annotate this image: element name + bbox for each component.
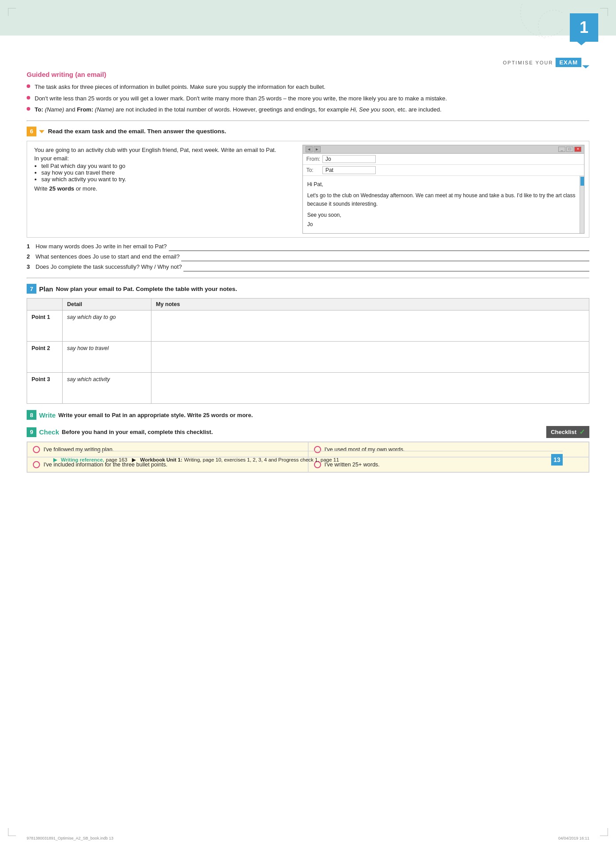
section-divider-2 <box>27 278 589 279</box>
activity6-content: You are going to an activity club with y… <box>27 141 589 238</box>
email-window-controls: _ □ ✕ <box>558 147 581 152</box>
bullet-dot-1 <box>27 84 30 88</box>
q1-answer-line[interactable] <box>169 243 589 251</box>
main-content: OPTIMISE YOUR EXAM Guided writing (an em… <box>27 58 589 479</box>
point2-detail: say how to travel <box>63 342 151 373</box>
in-your-email: In your email: <box>34 155 291 162</box>
activity6-arrow <box>39 130 44 133</box>
activity9-row: 9 Check Before you hand in your email, c… <box>27 426 589 438</box>
bullet-text-2: Don't write less than 25 words or you wi… <box>35 94 447 103</box>
point2-label: Point 2 <box>27 342 63 373</box>
writing-ref-page: page 163 <box>106 457 127 462</box>
activity9-badge: 9 <box>27 427 36 437</box>
footer-separator: ▶ <box>132 457 136 463</box>
footer-arrow-1: ▶ <box>53 457 57 463</box>
email-nav-arrows: ◄ ► <box>306 146 321 152</box>
chapter-badge-arrow <box>576 41 587 45</box>
point3-notes[interactable] <box>151 373 589 404</box>
activity6-number: 6 <box>30 128 33 135</box>
email-scrollbar[interactable] <box>580 176 584 234</box>
exam-header: OPTIMISE YOUR EXAM <box>27 58 589 67</box>
point1-label: Point 1 <box>27 311 63 342</box>
col-detail: Detail <box>63 299 151 311</box>
activity8-number: 8 <box>30 412 33 418</box>
activity8-row: 8 Write Write your email to Pat in an ap… <box>27 410 589 420</box>
table-row-3: Point 3 say which activity <box>27 373 589 404</box>
print-info: 9781380031891_Optimise_A2_SB_book.indb 1… <box>27 836 589 840</box>
print-info-left: 9781380031891_Optimise_A2_SB_book.indb 1… <box>27 836 113 840</box>
q2-answer-line[interactable] <box>181 253 589 261</box>
bullet-item-1: The task asks for three pieces of inform… <box>27 83 589 92</box>
activity6-header: 6 Read the exam task and the email. Then… <box>27 127 589 136</box>
sub-bullet-1: tell Pat which day you want to go <box>41 163 291 169</box>
table-row-2: Point 2 say how to travel <box>27 342 589 373</box>
writing-ref-label[interactable]: Writing reference, <box>61 457 104 462</box>
page-number: 13 <box>551 454 563 466</box>
activity8-label: Write <box>39 411 56 419</box>
q2-num: 2 <box>27 253 33 260</box>
table-header-row: Detail My notes <box>27 299 589 311</box>
point1-notes[interactable] <box>151 311 589 342</box>
col-point <box>27 299 63 311</box>
activity7-header: 7 Plan Now plan your email to Pat. Compl… <box>27 284 589 294</box>
table-row-1: Point 1 say which day to go <box>27 311 589 342</box>
optimise-your-label: OPTIMISE YOUR <box>503 60 553 65</box>
activity8-section: 8 Write Write your email to Pat in an ap… <box>27 410 589 420</box>
intro-bullets: The task asks for three pieces of inform… <box>27 83 589 114</box>
q2-text: What sentences does Jo use to start and … <box>36 253 179 260</box>
activity7-number: 7 <box>30 286 33 292</box>
bullet-item-3: To: (Name) and From: (Name) are not incl… <box>27 105 589 114</box>
email-from-label: From: <box>306 156 322 162</box>
bullet-dot-3 <box>27 107 30 111</box>
q3-answer-line[interactable] <box>183 263 589 271</box>
checklist-check-icon: ✓ <box>579 428 585 436</box>
corner-mark-br <box>600 828 608 836</box>
email-signature: Jo <box>307 220 580 229</box>
sub-bullet-3: say which activity you want to try. <box>41 176 291 183</box>
email-back-arrow[interactable]: ◄ <box>306 146 313 152</box>
activity6-instruction: Read the exam task and the email. Then a… <box>48 128 226 135</box>
bullet-item-2: Don't write less than 25 words or you wi… <box>27 94 589 103</box>
svg-point-0 <box>521 4 563 37</box>
email-minimize[interactable]: _ <box>558 147 565 152</box>
workbook-desc: Writing, page 10, exercises 1, 2, 3, 4 a… <box>184 457 339 462</box>
activity7-badge: 7 <box>27 284 36 294</box>
question-3: 3 Does Jo complete the task successfully… <box>27 263 589 271</box>
point2-notes[interactable] <box>151 342 589 373</box>
checklist-badge: Checklist ✓ <box>546 426 589 438</box>
plan-table: Detail My notes Point 1 say which day to… <box>27 298 589 404</box>
email-sign-off: See you soon, <box>307 211 580 219</box>
q3-text: Does Jo complete the task successfully? … <box>36 263 182 270</box>
write-instruction: Write 25 words or more. <box>34 185 291 192</box>
question-1: 1 How many words does Jo write in her em… <box>27 243 589 251</box>
email-greeting: Hi Pat, <box>307 180 580 189</box>
page-footer: ▶ Writing reference, page 163 ▶ Workbook… <box>53 451 563 466</box>
email-from-value: Jo <box>322 155 376 163</box>
task-text: You are going to an activity club with y… <box>34 147 291 153</box>
activity9-instruction: Before you hand in your email, complete … <box>62 429 213 435</box>
chapter-number: 1 <box>580 18 588 37</box>
checklist-circle-2 <box>33 461 40 468</box>
corner-mark-bl <box>8 828 16 836</box>
chapter-badge: 1 <box>570 13 598 42</box>
activity8-instruction: Write your email to Pat in an appropriat… <box>58 412 253 418</box>
email-forward-arrow[interactable]: ► <box>314 146 321 152</box>
activity9-label: Check <box>39 428 59 436</box>
email-maximize[interactable]: □ <box>566 147 573 152</box>
activity6-email: ◄ ► _ □ ✕ From: Jo <box>298 141 589 238</box>
activity6-task: You are going to an activity club with y… <box>27 141 298 238</box>
email-body: Hi Pat, Let's go to the club on Wednesda… <box>303 176 584 234</box>
svg-point-1 <box>538 10 563 39</box>
email-close[interactable]: ✕ <box>574 147 581 152</box>
exam-box: EXAM <box>556 58 581 67</box>
print-info-right: 04/04/2019 16:11 <box>558 836 589 840</box>
section-title: Guided writing (an email) <box>27 71 589 78</box>
questions-list: 1 How many words does Jo write in her em… <box>27 243 589 271</box>
checklist-label: Checklist <box>551 429 576 435</box>
top-decoration <box>0 0 616 53</box>
bullet-text-3: To: (Name) and From: (Name) are not incl… <box>35 105 441 114</box>
workbook-label: Workbook Unit 1: <box>140 457 183 462</box>
email-to-value: Pat <box>322 166 376 174</box>
q1-text: How many words does Jo write in her emai… <box>36 243 167 250</box>
section-divider-1 <box>27 120 589 121</box>
